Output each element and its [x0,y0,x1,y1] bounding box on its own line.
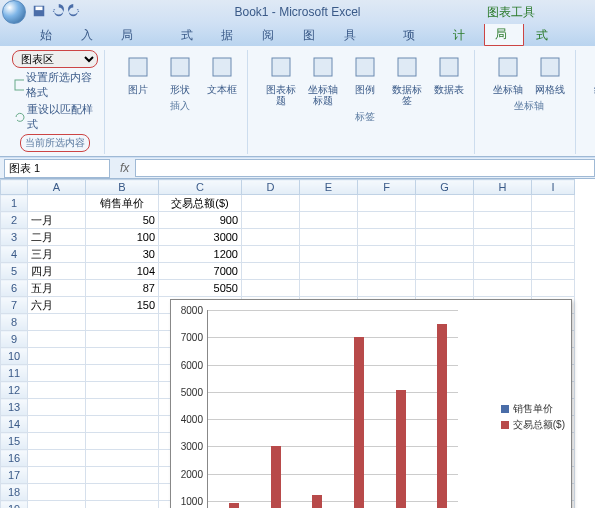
group-current-selection: 图表区 设置所选内容格式 重设以匹配样式 当前所选内容 [6,50,105,154]
title-bar: Book1 - Microsoft Excel 图表工具 [0,0,595,24]
name-box[interactable]: 图表 1 [4,159,110,178]
svg-rect-4 [171,58,189,76]
group-labels: 图表标题坐标轴标题图例数据标签数据表 标签 [256,50,475,154]
group-label-labels: 标签 [355,110,375,124]
format-icon [14,79,24,91]
ribbon-图表标题[interactable]: 图表标题 [262,50,300,108]
reset-style-button[interactable]: 重设以匹配样式 [12,102,98,132]
undo-icon[interactable] [50,4,64,20]
legend-item-2: 交易总额($) [513,418,565,432]
ribbon-图例[interactable]: 图例 [346,50,384,97]
formula-bar-row: 图表 1 fx [0,157,595,178]
svg-rect-5 [213,58,231,76]
ribbon-文本框[interactable]: 文本框 [203,50,241,97]
redo-icon[interactable] [68,4,82,20]
ribbon-坐标轴标题[interactable]: 坐标轴标题 [304,50,342,108]
bar-一月-交易总额($) [229,503,239,508]
bar-三月-交易总额($) [312,495,322,508]
worksheet-area: ABCDEFGHI1销售单价交易总额($)2一月509003二月10030004… [0,178,595,508]
bar-四月-交易总额($) [354,337,364,508]
group-label-selection: 当前所选内容 [20,134,90,152]
quick-access-toolbar [32,4,82,20]
format-selection-button[interactable]: 设置所选内容格式 [12,70,98,100]
group-axes: 坐标轴网格线 坐标轴 [483,50,576,154]
bar-五月-交易总额($) [396,390,406,508]
svg-rect-3 [129,58,147,76]
group-background: 绘图区图表背景 [584,50,595,154]
svg-rect-1 [36,7,43,11]
ribbon: 图表区 设置所选内容格式 重设以匹配样式 当前所选内容 图片形状文本框 插入 图… [0,46,595,157]
save-icon[interactable] [32,4,46,20]
svg-rect-11 [499,58,517,76]
svg-rect-10 [440,58,458,76]
fx-icon[interactable]: fx [120,161,129,175]
bar-二月-交易总额($) [271,446,281,508]
ribbon-绘图区[interactable]: 绘图区 [590,50,595,97]
ribbon-数据标签[interactable]: 数据标签 [388,50,426,108]
svg-rect-12 [541,58,559,76]
ribbon-坐标轴[interactable]: 坐标轴 [489,50,527,97]
bar-六月-交易总额($) [437,324,447,508]
svg-rect-7 [314,58,332,76]
chart-y-axis: 010002000300040005000600070008000 [171,310,205,508]
chart-plot-area: 一月二月三月四月五月六月 [207,310,458,508]
chart-element-dropdown[interactable]: 图表区 [12,50,98,68]
context-tab-title: 图表工具 [487,4,535,21]
legend-item-1: 销售单价 [513,402,553,416]
group-label-axes: 坐标轴 [514,99,544,113]
ribbon-tabs: 开始插入页面布局公式数据审阅视图开发工具加载项设计布局格式 [0,24,595,46]
svg-rect-2 [15,80,24,90]
embedded-chart[interactable]: 010002000300040005000600070008000 一月二月三月… [170,299,572,508]
svg-rect-8 [356,58,374,76]
ribbon-形状[interactable]: 形状 [161,50,199,97]
ribbon-网格线[interactable]: 网格线 [531,50,569,97]
formula-bar[interactable] [135,159,595,177]
svg-rect-9 [398,58,416,76]
svg-rect-6 [272,58,290,76]
office-button[interactable] [2,0,26,24]
reset-icon [14,111,25,123]
ribbon-图片[interactable]: 图片 [119,50,157,97]
chart-legend: 销售单价 交易总额($) [501,400,565,434]
ribbon-数据表[interactable]: 数据表 [430,50,468,97]
window-title: Book1 - Microsoft Excel [234,5,360,19]
group-insert: 图片形状文本框 插入 [113,50,248,154]
group-label-insert: 插入 [170,99,190,113]
